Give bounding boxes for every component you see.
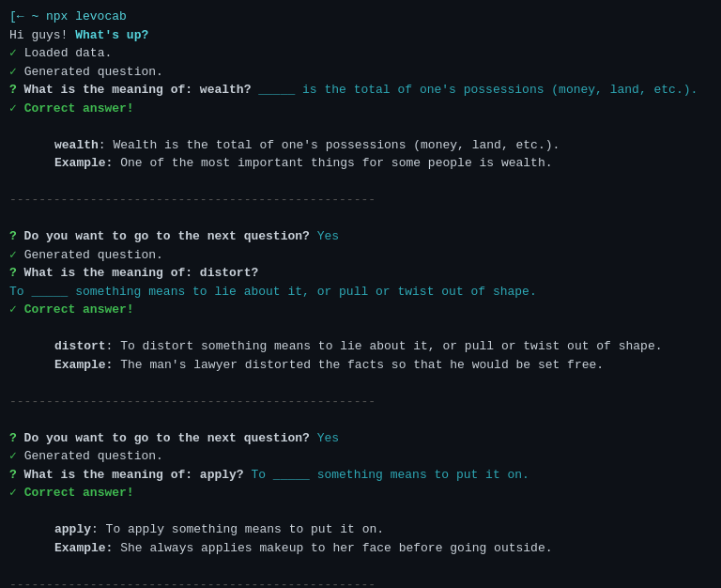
generated3-text: Generated question. — [24, 447, 163, 466]
def3-line: apply: To apply something means to put i… — [9, 520, 712, 539]
nextq2-line: ? Do you want to go to the next question… — [9, 429, 712, 448]
greeting-whatsup: What's up? — [75, 26, 148, 45]
question1-line: ? What is the meaning of: wealth? _____ … — [9, 81, 712, 100]
command-text: npx levocab — [46, 8, 127, 26]
q1-answer: _____ is the total of one's possessions … — [258, 81, 698, 100]
q2-label: What is the meaning of: distort? — [24, 264, 266, 283]
check-icon-1: ✓ — [9, 44, 24, 63]
blank5 — [9, 374, 712, 393]
question2-line: ? What is the meaning of: distort? To __… — [9, 264, 712, 301]
ex2-text: The man's lawyer distorted the facts so … — [120, 356, 604, 375]
correct2-check: ✓ — [9, 301, 24, 319]
correct2-line: ✓ Correct answer! — [9, 301, 712, 319]
divider2-line: ----------------------------------------… — [9, 393, 712, 411]
q1-label: What is the meaning of: wealth? — [24, 81, 259, 100]
terminal: [← ~ npx levocab Hi guys! What's up? ✓ L… — [9, 8, 712, 580]
nextq1-line: ? Do you want to go to the next question… — [9, 227, 712, 246]
nq2-label: Do you want to go to the next question? — [24, 429, 317, 448]
generated2-line: ✓ Generated question. — [9, 246, 712, 265]
check-icon-4: ✓ — [9, 447, 24, 466]
nq2-mark: ? — [9, 429, 24, 448]
loaded-text: Loaded data. — [24, 44, 113, 63]
generated3-line: ✓ Generated question. — [9, 447, 712, 466]
def2-text: : To distort something means to lie abou… — [106, 337, 663, 356]
divider3: ----------------------------------------… — [9, 576, 376, 589]
blank7 — [9, 503, 712, 521]
ex3-line: Example: She always applies makeup to he… — [9, 539, 712, 558]
q2-answer: To _____ something means to lie about it… — [9, 283, 537, 302]
prompt-line: [← ~ npx levocab — [9, 8, 712, 26]
ex2-line: Example: The man's lawyer distorted the … — [9, 356, 712, 375]
ex2-label: Example: — [54, 356, 120, 375]
correct3-check: ✓ — [9, 484, 24, 503]
correct1-text: Correct answer! — [24, 100, 134, 118]
blank6 — [9, 410, 712, 429]
generated1-text: Generated question. — [24, 63, 163, 82]
generated2-text: Generated question. — [24, 246, 163, 265]
def2-line: distort: To distort something means to l… — [9, 337, 712, 356]
generated1-line: ✓ Generated question. — [9, 63, 712, 82]
correct1-line: ✓ Correct answer! — [9, 100, 712, 118]
q2-mark: ? — [9, 264, 24, 283]
check-icon-3: ✓ — [9, 246, 24, 265]
blank4 — [9, 319, 712, 338]
divider1-line: ----------------------------------------… — [9, 191, 712, 209]
def2-word: distort — [54, 337, 106, 356]
def3-text: : To apply something means to put it on. — [91, 520, 384, 539]
blank8 — [9, 557, 712, 576]
def3-word: apply — [54, 520, 91, 539]
greeting-line: Hi guys! What's up? — [9, 26, 712, 45]
blank2 — [9, 173, 712, 192]
correct1-check: ✓ — [9, 100, 24, 118]
divider1: ----------------------------------------… — [9, 191, 376, 209]
q3-answer: To _____ something means to put it on. — [251, 466, 529, 485]
def1-text: : Wealth is the total of one's possessio… — [99, 136, 560, 155]
check-icon-2: ✓ — [9, 63, 24, 82]
nq1-label: Do you want to go to the next question? — [24, 227, 317, 246]
correct2-text: Correct answer! — [24, 301, 134, 319]
nq1-mark: ? — [9, 227, 24, 246]
prompt-arrow: [← ~ — [9, 8, 46, 26]
ex3-text: She always applies makeup to her face be… — [120, 539, 552, 558]
nq2-answer: Yes — [317, 429, 339, 448]
ex1-line: Example: One of the most important thing… — [9, 154, 712, 173]
loaded-line: ✓ Loaded data. — [9, 44, 712, 63]
ex3-label: Example: — [54, 539, 120, 558]
correct3-text: Correct answer! — [24, 484, 134, 503]
divider2: ----------------------------------------… — [9, 393, 376, 411]
ex1-text: One of the most important things for som… — [120, 154, 552, 173]
greeting-hi: Hi guys! — [9, 26, 75, 45]
q3-label: What is the meaning of: apply? — [24, 466, 252, 485]
blank1 — [9, 117, 712, 136]
divider3-line: ----------------------------------------… — [9, 576, 712, 589]
q1-mark: ? — [9, 81, 24, 100]
def1-line: wealth: Wealth is the total of one's pos… — [9, 136, 712, 155]
question3-line: ? What is the meaning of: apply? To ____… — [9, 466, 712, 485]
q3-mark: ? — [9, 466, 24, 485]
correct3-line: ✓ Correct answer! — [9, 484, 712, 503]
ex1-label: Example: — [54, 154, 120, 173]
nq1-answer: Yes — [317, 227, 339, 246]
def1-word: wealth — [54, 136, 99, 155]
blank3 — [9, 209, 712, 228]
